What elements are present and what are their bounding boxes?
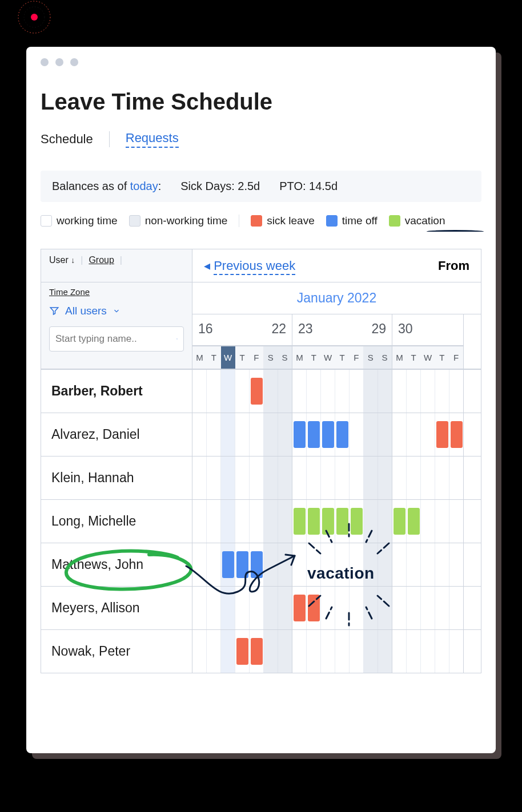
schedule-cell[interactable] bbox=[392, 413, 407, 456]
schedule-cell[interactable] bbox=[221, 543, 235, 586]
schedule-cell[interactable] bbox=[321, 413, 335, 456]
schedule-cell[interactable] bbox=[335, 457, 350, 499]
schedule-cell[interactable] bbox=[350, 413, 364, 456]
schedule-cell[interactable] bbox=[335, 587, 350, 629]
schedule-cell[interactable] bbox=[449, 457, 464, 499]
previous-week-link[interactable]: ◂ Previous week bbox=[204, 258, 295, 273]
schedule-cell[interactable] bbox=[292, 587, 307, 629]
schedule-cell[interactable] bbox=[192, 500, 207, 543]
schedule-cell[interactable] bbox=[192, 543, 207, 586]
schedule-cell[interactable] bbox=[264, 587, 278, 629]
leave-block-green[interactable] bbox=[308, 508, 320, 535]
schedule-cell[interactable] bbox=[278, 500, 292, 543]
schedule-cell[interactable] bbox=[449, 543, 464, 586]
leave-block-blue[interactable] bbox=[251, 551, 263, 578]
leave-block-red[interactable] bbox=[294, 595, 306, 621]
schedule-cell[interactable] bbox=[221, 370, 235, 413]
schedule-cell[interactable] bbox=[449, 370, 464, 413]
schedule-cell[interactable] bbox=[307, 413, 321, 456]
user-name-cell[interactable]: Barber, Robert bbox=[41, 370, 192, 413]
leave-block-red[interactable] bbox=[236, 638, 248, 665]
schedule-cell[interactable] bbox=[392, 500, 407, 543]
schedule-cell[interactable] bbox=[264, 500, 278, 543]
schedule-cell[interactable] bbox=[264, 630, 278, 673]
leave-block-green[interactable] bbox=[322, 508, 334, 535]
leave-block-blue[interactable] bbox=[294, 421, 306, 448]
schedule-cell[interactable] bbox=[278, 413, 292, 456]
schedule-cell[interactable] bbox=[250, 543, 264, 586]
from-label[interactable]: From bbox=[438, 258, 469, 273]
user-name-cell[interactable]: Matthews, John bbox=[41, 543, 192, 586]
user-filter[interactable]: All users bbox=[49, 305, 184, 317]
schedule-cell[interactable] bbox=[392, 543, 407, 586]
user-name-cell[interactable]: Meyers, Allison bbox=[41, 587, 192, 629]
search-input[interactable] bbox=[55, 333, 176, 345]
schedule-cell[interactable] bbox=[407, 587, 421, 629]
schedule-cell[interactable] bbox=[421, 457, 435, 499]
timezone-link[interactable]: Time Zone bbox=[49, 287, 184, 297]
schedule-cell[interactable] bbox=[192, 457, 207, 499]
user-search[interactable] bbox=[49, 326, 184, 352]
schedule-cell[interactable] bbox=[378, 370, 392, 413]
schedule-cell[interactable] bbox=[378, 630, 392, 673]
schedule-cell[interactable] bbox=[335, 500, 350, 543]
tab-requests[interactable]: Requests bbox=[126, 131, 179, 148]
schedule-cell[interactable] bbox=[350, 457, 364, 499]
tab-schedule[interactable]: Schedule bbox=[41, 132, 93, 147]
schedule-cell[interactable] bbox=[235, 587, 250, 629]
schedule-cell[interactable] bbox=[192, 370, 207, 413]
schedule-cell[interactable] bbox=[250, 587, 264, 629]
user-name-cell[interactable]: Alvarez, Daniel bbox=[41, 413, 192, 456]
schedule-cell[interactable] bbox=[307, 500, 321, 543]
schedule-cell[interactable] bbox=[264, 457, 278, 499]
user-name-cell[interactable]: Nowak, Peter bbox=[41, 630, 192, 673]
schedule-cell[interactable] bbox=[392, 587, 407, 629]
schedule-cell[interactable] bbox=[221, 587, 235, 629]
schedule-cell[interactable] bbox=[378, 413, 392, 456]
schedule-cell[interactable] bbox=[421, 413, 435, 456]
schedule-cell[interactable] bbox=[307, 630, 321, 673]
leave-block-green[interactable] bbox=[351, 508, 363, 535]
sort-user[interactable]: User ↓ bbox=[49, 255, 75, 265]
schedule-cell[interactable] bbox=[235, 413, 250, 456]
schedule-cell[interactable] bbox=[278, 370, 292, 413]
schedule-cell[interactable] bbox=[364, 587, 378, 629]
schedule-cell[interactable] bbox=[378, 543, 392, 586]
schedule-cell[interactable] bbox=[378, 500, 392, 543]
schedule-cell[interactable] bbox=[292, 413, 307, 456]
schedule-cell[interactable] bbox=[250, 500, 264, 543]
schedule-cell[interactable] bbox=[421, 587, 435, 629]
leave-block-green[interactable] bbox=[408, 508, 420, 535]
leave-block-green[interactable] bbox=[336, 508, 348, 535]
schedule-cell[interactable] bbox=[392, 457, 407, 499]
schedule-cell[interactable] bbox=[292, 370, 307, 413]
leave-block-green[interactable] bbox=[294, 508, 306, 535]
schedule-cell[interactable] bbox=[250, 457, 264, 499]
leave-block-blue[interactable] bbox=[336, 421, 348, 448]
schedule-cell[interactable] bbox=[421, 500, 435, 543]
schedule-cell[interactable] bbox=[192, 630, 207, 673]
schedule-cell[interactable] bbox=[221, 457, 235, 499]
leave-block-red[interactable] bbox=[251, 638, 263, 665]
schedule-cell[interactable] bbox=[407, 413, 421, 456]
leave-block-red[interactable] bbox=[251, 378, 263, 405]
schedule-cell[interactable] bbox=[407, 457, 421, 499]
schedule-cell[interactable] bbox=[207, 543, 221, 586]
schedule-cell[interactable] bbox=[192, 413, 207, 456]
schedule-cell[interactable] bbox=[449, 630, 464, 673]
schedule-cell[interactable] bbox=[364, 500, 378, 543]
schedule-cell[interactable] bbox=[350, 370, 364, 413]
schedule-cell[interactable] bbox=[292, 630, 307, 673]
schedule-cell[interactable] bbox=[435, 413, 449, 456]
schedule-cell[interactable] bbox=[292, 457, 307, 499]
schedule-cell[interactable] bbox=[250, 630, 264, 673]
schedule-cell[interactable] bbox=[449, 500, 464, 543]
schedule-cell[interactable] bbox=[235, 630, 250, 673]
balances-today-link[interactable]: today bbox=[130, 180, 158, 192]
schedule-cell[interactable] bbox=[350, 500, 364, 543]
schedule-cell[interactable] bbox=[407, 630, 421, 673]
schedule-cell[interactable] bbox=[364, 543, 378, 586]
schedule-cell[interactable] bbox=[221, 630, 235, 673]
schedule-cell[interactable] bbox=[207, 500, 221, 543]
schedule-cell[interactable] bbox=[378, 457, 392, 499]
